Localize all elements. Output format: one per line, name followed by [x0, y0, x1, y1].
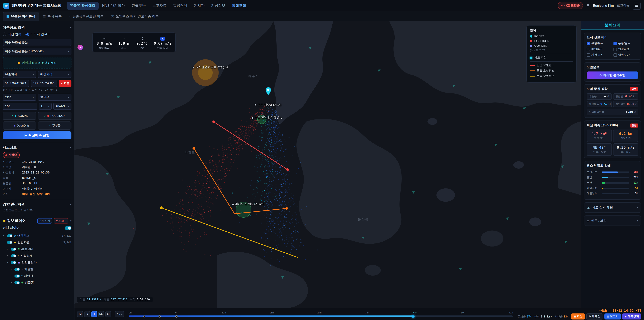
- tab-2[interactable]: ≈유출유확산모델 이론: [66, 12, 107, 21]
- menu-icon[interactable]: ☰: [632, 2, 641, 10]
- nav-item-3[interactable]: 보고자료: [149, 2, 170, 10]
- company-select[interactable]: 유출회사▾: [3, 71, 36, 78]
- nav-item-6[interactable]: 기상정보: [208, 2, 228, 10]
- speed-select[interactable]: 1× ▾: [115, 311, 124, 317]
- layer-tree-item[interactable]: ▸✿환경생태: [3, 246, 72, 252]
- duration-select[interactable]: 48시간▾: [53, 103, 72, 110]
- nav-item-4[interactable]: 항공탐색: [170, 2, 190, 10]
- model-toggle-OpenDrift[interactable]: ✓OpenDrift: [3, 122, 36, 130]
- fast-forward-button[interactable]: ▶▶: [98, 311, 104, 317]
- display-option-2[interactable]: 예인부표: [587, 47, 612, 51]
- chevron-icon[interactable]: ▸: [11, 268, 13, 270]
- layers-all-on-button[interactable]: 전체 켜기: [37, 218, 52, 223]
- checkbox[interactable]: [614, 48, 617, 51]
- pause-button[interactable]: ‖: [91, 311, 97, 317]
- pick-on-map-button[interactable]: ⌖지도: [59, 80, 72, 87]
- layer-toggle[interactable]: [7, 241, 12, 244]
- tab-1[interactable]: ☰분석 목록: [40, 12, 65, 21]
- skip-end-button[interactable]: ▶|: [105, 311, 111, 317]
- logout-button[interactable]: 로그아웃: [617, 3, 630, 8]
- master-layer-toggle[interactable]: [65, 226, 72, 230]
- checkbox[interactable]: ✓: [587, 42, 590, 45]
- slider-handle[interactable]: [412, 315, 414, 318]
- tab-0[interactable]: ▦유출유 확산분석: [3, 12, 39, 21]
- nav-item-5[interactable]: 게시판: [191, 2, 208, 10]
- layer-toggle[interactable]: [7, 234, 12, 237]
- display-option-5[interactable]: 날짜시간: [614, 53, 638, 57]
- chevron-icon[interactable]: ▸: [11, 274, 13, 277]
- unit-select[interactable]: kl▾: [39, 103, 52, 110]
- layer-toggle[interactable]: [11, 247, 16, 250]
- layer-tree-item[interactable]: ▾❖민감자원3,947: [3, 239, 72, 246]
- skip-start-button[interactable]: |◀: [77, 311, 83, 317]
- spill-type-select[interactable]: 연속▾: [3, 94, 36, 101]
- incident-select[interactable]: 여수 유조선 충돌 (INC-0042) ▾: [3, 48, 72, 55]
- oil-type-select[interactable]: 벙커유▾: [38, 94, 72, 101]
- chevron-icon[interactable]: ▸: [7, 248, 10, 250]
- notification-bell-icon[interactable]: [586, 3, 590, 9]
- step-back-button[interactable]: ◀: [84, 311, 90, 317]
- checkbox[interactable]: [587, 53, 590, 57]
- timeline-tick[interactable]: 60h: [461, 311, 465, 314]
- incident-section-header[interactable]: 사고정보 ▾: [3, 145, 72, 150]
- checkbox[interactable]: [587, 48, 590, 51]
- map-marker-0[interactable]: ⚑여자만 습지보호구역 (6h): [192, 66, 228, 70]
- layer-toggle[interactable]: [14, 281, 20, 284]
- tab-3[interactable]: ⓘ오일펜스 배치 알고리즘 이론: [108, 12, 162, 21]
- layer-tree-item[interactable]: ▸⌂사회경제: [3, 252, 72, 259]
- timeline-tick[interactable]: 18h: [270, 311, 274, 314]
- layer-tree-item[interactable]: ▸≈해안선: [3, 272, 72, 279]
- layer-toggle[interactable]: [11, 254, 16, 257]
- timeline-tick[interactable]: 0h: [129, 311, 132, 314]
- layer-toggle[interactable]: [11, 261, 16, 264]
- footer-button-저장[interactable]: ▣저장: [571, 313, 585, 319]
- layer-tree-item[interactable]: ▸✳생물종: [3, 279, 72, 286]
- user-name[interactable]: Eunjeong Kim: [593, 4, 614, 8]
- mode-image-radio[interactable]: 이미지 업로드: [25, 32, 50, 37]
- predict-section-header[interactable]: 예측정보 입력 ▾: [3, 25, 72, 30]
- incident-pin[interactable]: [265, 87, 271, 97]
- sensitive-section-header[interactable]: 영향 민감자원 ▾: [3, 202, 72, 207]
- layer-tree-item[interactable]: ▾▦민감도평가: [3, 259, 72, 266]
- longitude-input[interactable]: [31, 80, 57, 87]
- chevron-icon[interactable]: ▾: [7, 261, 10, 264]
- chevron-icon[interactable]: ▸: [3, 234, 6, 237]
- checkbox[interactable]: [614, 53, 617, 57]
- collapsed-section-0[interactable]: ⚓사고 선박 제원▾: [584, 202, 641, 213]
- ai-assist-button[interactable]: ✦: [78, 45, 83, 50]
- incident-alert-badge[interactable]: 사고 진행중: [558, 2, 583, 9]
- timeline-tick[interactable]: 48h: [413, 311, 418, 314]
- layers-all-off-button[interactable]: 전체 끄기: [54, 218, 68, 223]
- layer-toggle[interactable]: [14, 274, 20, 277]
- incident-name-input[interactable]: [3, 39, 72, 46]
- mode-direct-radio[interactable]: 직접 입력: [3, 32, 21, 37]
- model-toggle-POSEIDON[interactable]: ✓POSEIDON: [38, 112, 72, 120]
- model-toggle-앙상블[interactable]: ✓앙상블: [38, 122, 72, 130]
- footer-button-재계산[interactable]: ↻재계산: [586, 313, 603, 319]
- latitude-input[interactable]: [3, 80, 29, 87]
- display-option-4[interactable]: 시간 표시: [587, 53, 612, 57]
- map-marker-3[interactable]: ◆화태도 김 양식장 (10h): [232, 202, 264, 206]
- map-marker-2[interactable]: ◆수품 전복 양식장 (3h): [252, 116, 282, 120]
- map-canvas[interactable]: 여수시화양면돌산읍 ⚑여자만 습지보호구역 (6h)☂모도 해수욕장 (1h)◆…: [74, 21, 580, 308]
- timeline-tick[interactable]: 72h: [509, 311, 513, 314]
- map-marker-1[interactable]: ☂모도 해수욕장 (1h): [254, 103, 282, 107]
- chevron-icon[interactable]: ▸: [11, 281, 13, 284]
- nav-item-7[interactable]: 통합조회: [229, 2, 249, 10]
- footer-button-예측정지[interactable]: ◼예측정지: [622, 313, 641, 319]
- checkbox[interactable]: ✓: [614, 42, 617, 45]
- model-toggle-KOSPS[interactable]: ✓KOSPS: [3, 112, 36, 120]
- timeline-tick[interactable]: 24h: [317, 311, 322, 314]
- timeline-slider[interactable]: [129, 315, 513, 317]
- layer-tree-item[interactable]: ▸◔계절별: [3, 266, 72, 272]
- timeline-tick[interactable]: 6h: [175, 311, 178, 314]
- amount-input[interactable]: [3, 103, 37, 110]
- timeline-tick[interactable]: 12h: [222, 311, 226, 314]
- time-select[interactable]: 예상시각▾: [38, 71, 72, 78]
- nav-item-1[interactable]: HNS·대기확산: [99, 2, 128, 10]
- display-option-0[interactable]: ✓유향/유속: [587, 42, 612, 46]
- nav-item-2[interactable]: 긴급구난: [128, 2, 148, 10]
- image-upload-dropzone[interactable]: ▣ 이미지 파일을 선택하세요: [3, 57, 72, 69]
- layer-tree-item[interactable]: ▸◈어장정보17,129: [3, 232, 72, 239]
- chevron-icon[interactable]: ▸: [7, 254, 10, 257]
